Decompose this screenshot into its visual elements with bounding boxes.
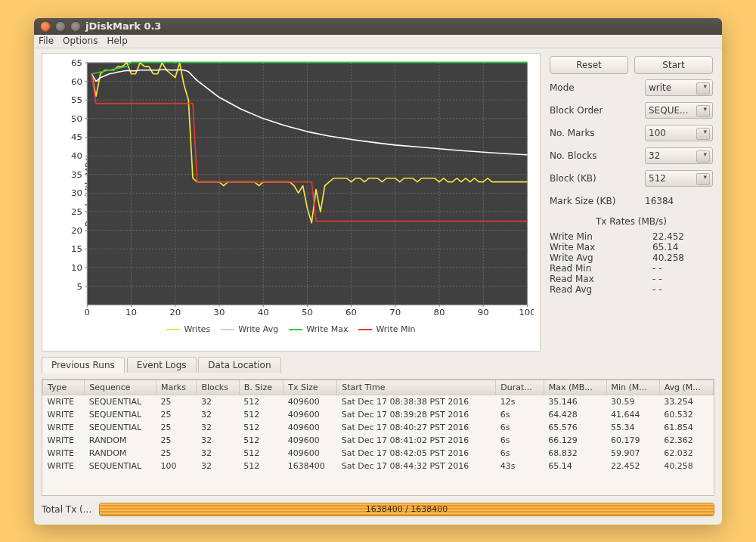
block-order-label: Block Order [550, 105, 642, 116]
svg-text:20: 20 [71, 225, 82, 235]
maximize-icon[interactable] [70, 21, 81, 32]
window-title: jDiskMark 0.3 [85, 20, 161, 32]
svg-text:70: 70 [389, 308, 401, 317]
svg-text:45: 45 [71, 132, 82, 142]
reset-button[interactable]: Reset [550, 56, 628, 74]
status-label: Total Tx (... [42, 504, 93, 515]
titlebar[interactable]: jDiskMark 0.3 [34, 18, 722, 35]
stat-label: Read Avg [550, 284, 652, 295]
column-header[interactable]: B. Size [239, 380, 283, 395]
menu-options[interactable]: Options [63, 36, 98, 46]
svg-text:50: 50 [71, 113, 82, 123]
controls-panel: Reset Start Mode write Block Order SEQUE… [548, 53, 714, 352]
stat-value: 65.14 [652, 242, 713, 252]
stat-value: - - [652, 284, 713, 295]
mark-size-label: Mark Size (KB) [550, 196, 642, 206]
svg-text:30: 30 [71, 188, 82, 198]
column-header[interactable]: Max (MB... [544, 380, 606, 395]
legend-item: Writes [166, 324, 210, 334]
tabs: Previous Runs Event Logs Data Location [42, 356, 714, 374]
column-header[interactable]: Sequence [85, 380, 156, 395]
stat-label: Write Avg [550, 252, 652, 263]
table-row[interactable]: WRITERANDOM2532512409600Sat Dec 17 08:41… [43, 434, 714, 447]
legend-item: Write Min [358, 324, 415, 334]
no-marks-select[interactable]: 100 [645, 125, 713, 141]
no-blocks-label: No. Blocks [550, 150, 642, 161]
svg-text:90: 90 [478, 308, 489, 317]
column-header[interactable]: Durat... [496, 380, 544, 395]
app-window: jDiskMark 0.3 File Options Help Bandwidt… [34, 18, 722, 525]
mode-select[interactable]: write [645, 79, 713, 96]
chart-panel: Bandwidth MB/s 5101520253035404550556065… [42, 53, 541, 352]
legend-item: Write Max [289, 324, 348, 334]
stat-label: Write Min [550, 231, 652, 242]
stat-label: Read Max [550, 274, 652, 284]
stat-label: Write Max [550, 242, 652, 252]
svg-text:50: 50 [302, 308, 313, 317]
column-header[interactable]: Avg (M... [659, 380, 713, 395]
tab-data-location[interactable]: Data Location [198, 357, 280, 373]
column-header[interactable]: Blocks [197, 380, 239, 395]
svg-text:20: 20 [169, 308, 181, 317]
stat-value: - - [652, 274, 713, 284]
stat-value: 22.452 [652, 231, 713, 242]
table-row[interactable]: WRITESEQUENTIAL2532512409600Sat Dec 17 0… [43, 395, 714, 409]
tx-rates-header: Tx Rates (MB/s) [550, 216, 713, 227]
start-button[interactable]: Start [634, 56, 713, 74]
menu-file[interactable]: File [39, 36, 54, 46]
stat-value: - - [652, 263, 713, 274]
column-header[interactable]: Type [43, 380, 85, 395]
runs-table: TypeSequenceMarksBlocksB. SizeTx SizeSta… [42, 379, 714, 496]
svg-text:60: 60 [71, 76, 82, 86]
svg-text:10: 10 [125, 308, 137, 317]
svg-text:25: 25 [71, 206, 82, 216]
chart-legend: WritesWrite AvgWrite MaxWrite Min [48, 321, 534, 334]
svg-text:0: 0 [85, 308, 90, 317]
menubar: File Options Help [34, 35, 722, 48]
bandwidth-chart: Bandwidth MB/s 5101520253035404550556065… [48, 60, 534, 321]
mark-size-value: 16384 [645, 196, 713, 206]
stat-label: Read Min [550, 263, 652, 274]
svg-text:100: 100 [519, 308, 534, 317]
progress-text: 1638400 / 1638400 [100, 503, 714, 516]
stat-value: 40.258 [652, 252, 713, 263]
table-row[interactable]: WRITERANDOM2532512409600Sat Dec 17 08:42… [43, 447, 714, 460]
minimize-icon[interactable] [55, 21, 66, 32]
status-bar: Total Tx (... 1638400 / 1638400 [42, 500, 714, 519]
block-kb-label: Block (KB) [550, 173, 642, 184]
progress-bar: 1638400 / 1638400 [99, 503, 714, 516]
svg-text:15: 15 [71, 244, 82, 254]
table-row[interactable]: WRITESEQUENTIAL100325121638400Sat Dec 17… [43, 460, 714, 472]
legend-item: Write Avg [221, 324, 278, 334]
tab-previous-runs[interactable]: Previous Runs [42, 357, 125, 373]
block-order-select[interactable]: SEQUE... [645, 102, 713, 119]
svg-text:65: 65 [71, 60, 82, 68]
svg-text:80: 80 [434, 308, 445, 317]
tab-event-logs[interactable]: Event Logs [127, 357, 197, 373]
no-marks-label: No. Marks [550, 128, 642, 138]
mode-label: Mode [550, 82, 642, 93]
menu-help[interactable]: Help [107, 36, 127, 46]
svg-text:30: 30 [213, 308, 225, 317]
content-area: Bandwidth MB/s 5101520253035404550556065… [34, 48, 722, 525]
no-blocks-select[interactable]: 32 [645, 147, 713, 164]
table-row[interactable]: WRITESEQUENTIAL2532512409600Sat Dec 17 0… [43, 421, 714, 434]
column-header[interactable]: Min (M... [606, 380, 659, 395]
svg-text:35: 35 [71, 169, 82, 179]
column-header[interactable]: Tx Size [284, 380, 337, 395]
close-icon[interactable] [40, 21, 51, 32]
table-row[interactable]: WRITESEQUENTIAL2532512409600Sat Dec 17 0… [43, 408, 714, 421]
svg-text:60: 60 [345, 308, 357, 317]
svg-text:5: 5 [76, 281, 82, 291]
svg-text:40: 40 [258, 308, 269, 317]
column-header[interactable]: Marks [156, 380, 197, 395]
svg-text:10: 10 [71, 262, 82, 272]
block-kb-select[interactable]: 512 [645, 170, 713, 187]
column-header[interactable]: Start Time [337, 380, 496, 395]
svg-text:40: 40 [71, 151, 82, 161]
svg-text:55: 55 [71, 95, 82, 105]
